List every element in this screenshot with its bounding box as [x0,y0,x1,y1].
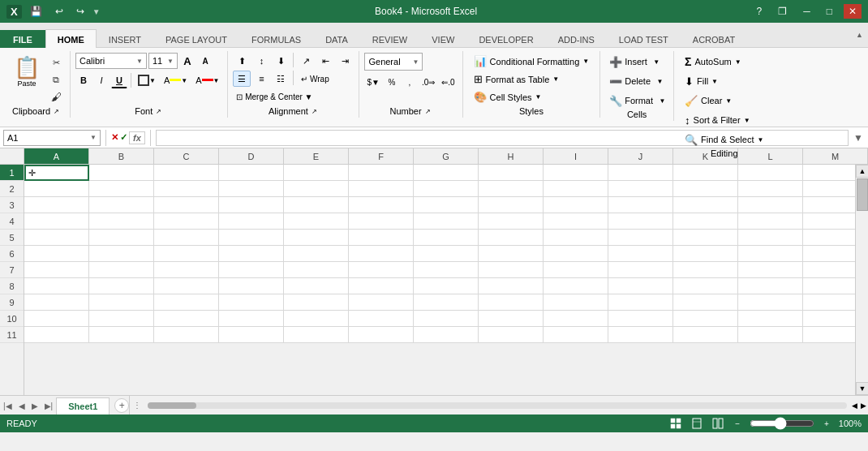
find-select-btn[interactable]: 🔍 Find & Select ▼ [679,131,769,148]
indent-increase-btn[interactable]: ⇥ [336,53,354,69]
restore-btn[interactable]: ❐ [773,4,792,19]
cell-B6[interactable] [89,246,154,262]
number-format-dropdown[interactable]: General ▼ [364,53,423,71]
cell-B10[interactable] [89,311,154,327]
cell-I1[interactable] [544,165,608,181]
cell-G10[interactable] [414,311,479,327]
cell-K3[interactable] [673,197,738,213]
tab-file[interactable]: FILE [0,30,45,48]
cell-C2[interactable] [154,181,219,197]
cell-F2[interactable] [349,181,414,197]
tab-add-ins[interactable]: ADD-INS [546,29,607,48]
align-right-btn[interactable]: ☷ [272,71,290,87]
zoom-slider[interactable] [750,417,814,430]
cell-H4[interactable] [479,213,544,230]
sheet-tab-sheet1[interactable]: Sheet1 [56,397,110,414]
row-num-9[interactable]: 9 [0,294,24,311]
h-scroll-track[interactable] [148,402,847,409]
cell-G4[interactable] [414,213,479,230]
cell-F9[interactable] [349,294,414,311]
align-top-btn[interactable]: ⬆ [233,53,251,69]
cell-J11[interactable] [608,327,673,343]
cell-L1[interactable] [738,165,803,181]
cell-I2[interactable] [544,181,608,197]
cell-J1[interactable] [608,165,673,181]
cell-M2[interactable] [803,181,855,197]
col-header-M[interactable]: M [803,148,868,164]
increase-font-btn[interactable]: A [179,53,196,69]
maximize-btn[interactable]: □ [822,4,837,19]
cell-I6[interactable] [544,246,608,262]
cell-J3[interactable] [608,197,673,213]
decrease-decimal-btn[interactable]: ⇐.0 [439,74,457,90]
font-size-dropdown[interactable]: 11 ▼ [148,53,178,69]
cell-H5[interactable] [479,230,544,246]
formula-insert-function-btn[interactable]: fx [129,131,145,144]
col-header-G[interactable]: G [414,148,479,164]
cell-C5[interactable] [154,230,219,246]
cell-L6[interactable] [738,246,803,262]
cell-I11[interactable] [544,327,608,343]
scroll-thumb[interactable] [857,178,868,211]
alignment-expand-btn[interactable]: ↗ [310,108,319,115]
delete-btn[interactable]: ➖ Delete [605,73,655,90]
cell-A2[interactable] [24,181,89,197]
h-scroll-right-btn[interactable]: ▶ [859,402,868,410]
row-num-2[interactable]: 2 [0,181,24,197]
sheet-nav-first[interactable]: |◀ [0,402,15,410]
cell-C8[interactable] [154,278,219,294]
cell-C11[interactable] [154,327,219,343]
cell-G1[interactable] [414,165,479,181]
cell-A6[interactable] [24,246,89,262]
cell-A10[interactable] [24,311,89,327]
cell-F5[interactable] [349,230,414,246]
cell-D7[interactable] [219,262,284,278]
h-scroll-dots-btn[interactable]: ⋮ [133,401,141,410]
h-scroll-thumb[interactable] [148,402,196,409]
col-header-B[interactable]: B [89,148,154,164]
cell-I9[interactable] [544,294,608,311]
cell-L3[interactable] [738,197,803,213]
cell-H9[interactable] [479,294,544,311]
tab-developer[interactable]: DEVELOPER [466,29,545,48]
number-expand-btn[interactable]: ↗ [423,108,432,115]
row-num-4[interactable]: 4 [0,213,24,230]
cell-E7[interactable] [284,262,349,278]
percent-btn[interactable]: % [384,74,400,90]
conditional-formatting-btn[interactable]: 📊 Conditional Formatting ▼ [468,53,595,70]
close-btn[interactable]: ✕ [844,4,862,19]
scroll-down-btn[interactable]: ▼ [856,382,868,395]
cell-G9[interactable] [414,294,479,311]
cell-K11[interactable] [673,327,738,343]
cell-L5[interactable] [738,230,803,246]
col-header-F[interactable]: F [349,148,414,164]
tab-acrobat[interactable]: ACROBAT [681,29,747,48]
cell-A11[interactable] [24,327,89,343]
cell-L4[interactable] [738,213,803,230]
wrap-text-btn[interactable]: ↵ Wrap [297,71,333,87]
format-dropdown-btn[interactable]: ▼ [657,92,668,110]
insert-btn[interactable]: ➕ Insert [605,54,651,71]
currency-btn[interactable]: $▼ [364,74,381,90]
cell-D8[interactable] [219,278,284,294]
cell-I10[interactable] [544,311,608,327]
col-header-D[interactable]: D [219,148,284,164]
cell-E4[interactable] [284,213,349,230]
cut-button[interactable]: ✂ [47,54,65,71]
formula-expand-btn[interactable]: ▼ [852,131,865,145]
col-header-C[interactable]: C [154,148,219,164]
comma-btn[interactable]: , [402,74,418,90]
cell-C6[interactable] [154,246,219,262]
cell-K10[interactable] [673,311,738,327]
align-bottom-btn[interactable]: ⬇ [272,53,290,69]
cell-C7[interactable] [154,262,219,278]
cell-J8[interactable] [608,278,673,294]
tab-page-layout[interactable]: PAGE LAYOUT [153,29,239,48]
cell-D1[interactable] [219,165,284,181]
cell-B8[interactable] [89,278,154,294]
format-as-table-btn[interactable]: ⊞ Format as Table ▼ [468,71,565,88]
tab-home[interactable]: HOME [45,29,97,48]
cell-G7[interactable] [414,262,479,278]
cell-F3[interactable] [349,197,414,213]
cell-M8[interactable] [803,278,855,294]
